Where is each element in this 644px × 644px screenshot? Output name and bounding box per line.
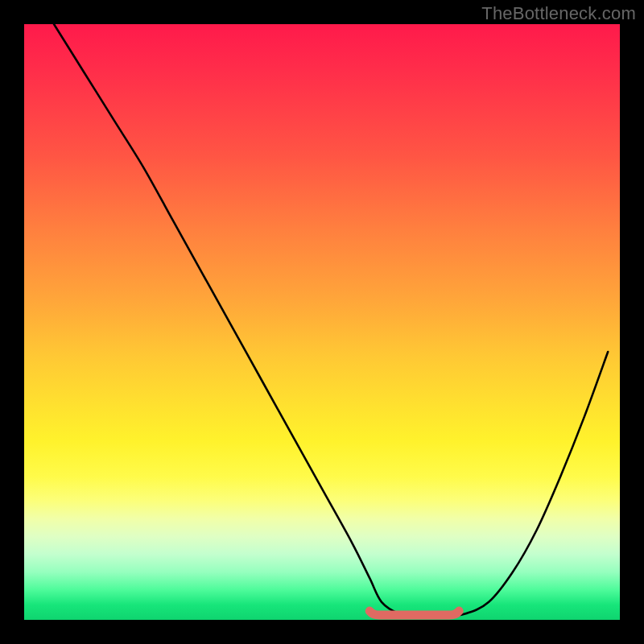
bottleneck-curve [24,24,620,620]
chart-frame: TheBottleneck.com [0,0,644,644]
plot-area [24,24,620,620]
optimal-marker [369,611,459,615]
watermark-text: TheBottleneck.com [481,3,636,24]
curve-path [54,24,608,617]
